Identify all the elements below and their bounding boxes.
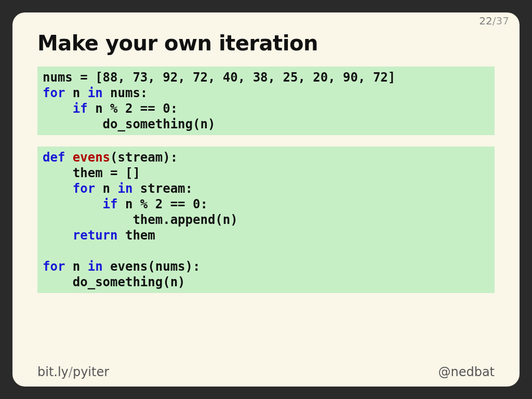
code-keyword: for: [73, 181, 95, 196]
code-text: n: [65, 86, 87, 100]
code-text: ,: [328, 70, 343, 85]
code-text: ]: [388, 70, 395, 85]
code-funcname: evens: [73, 150, 110, 165]
code-number: 2: [155, 197, 163, 211]
code-text: [43, 228, 73, 243]
code-text: them.append(n): [43, 212, 238, 227]
code-text: n %: [118, 197, 155, 211]
code-text: [43, 101, 73, 116]
code-text: ,: [358, 70, 373, 85]
code-keyword: for: [43, 86, 65, 100]
code-number: 90: [343, 70, 358, 85]
code-text: :: [200, 197, 207, 211]
code-text: n %: [88, 101, 125, 116]
code-text: ,: [268, 70, 283, 85]
code-number: 92: [163, 70, 178, 85]
page-current: 22: [479, 15, 492, 27]
code-text: ==: [132, 101, 163, 116]
code-text: n: [65, 259, 87, 274]
code-keyword: in: [88, 259, 103, 274]
code-keyword: in: [118, 181, 133, 196]
code-number: 72: [193, 70, 208, 85]
footer-link-sep: /: [69, 365, 73, 379]
code-keyword: in: [88, 86, 103, 100]
code-number: 73: [132, 70, 148, 85]
code-keyword: def: [43, 150, 65, 165]
code-number: 2: [125, 101, 132, 116]
code-number: 20: [313, 70, 328, 85]
code-text: [43, 197, 103, 211]
code-text: ,: [148, 70, 163, 85]
slide: 22/37 Make your own iteration nums = [88…: [12, 12, 520, 387]
code-text: them = []: [43, 166, 140, 180]
code-text: :: [170, 101, 178, 116]
code-number: 0: [163, 101, 170, 116]
code-text: nums:: [103, 86, 148, 100]
code-text: [65, 150, 72, 165]
code-text: ,: [238, 70, 253, 85]
footer-link-path: pyiter: [73, 365, 109, 379]
code-keyword: if: [103, 197, 118, 211]
code-keyword: return: [73, 228, 118, 243]
code-text: ==: [163, 197, 193, 211]
code-text: do_something(n): [43, 275, 185, 289]
code-keyword: if: [73, 101, 88, 116]
page-sep: /: [493, 15, 496, 27]
code-number: 88: [103, 70, 118, 85]
code-text: do_something(n): [43, 117, 215, 131]
code-text: stream:: [132, 181, 193, 196]
page-total: 37: [496, 15, 509, 27]
code-text: (stream):: [110, 150, 178, 165]
code-keyword: for: [43, 259, 65, 274]
code-number: 38: [253, 70, 268, 85]
code-number: 40: [223, 70, 238, 85]
footer-link-domain: bit.ly: [37, 365, 69, 379]
code-text: [43, 181, 73, 196]
footer-link: bit.ly/pyiter: [37, 365, 109, 379]
code-text: ,: [178, 70, 193, 85]
slide-title: Make your own iteration: [37, 31, 495, 55]
code-number: 72: [373, 70, 388, 85]
code-text: ,: [298, 70, 313, 85]
code-text: nums = [: [43, 70, 103, 85]
code-block-2: def evens(stream): them = [] for n in st…: [37, 147, 495, 293]
code-text: n: [95, 181, 117, 196]
code-number: 0: [193, 197, 200, 211]
page-counter: 22/37: [479, 15, 509, 27]
code-text: ,: [118, 70, 133, 85]
code-number: 25: [283, 70, 298, 85]
code-text: ,: [208, 70, 223, 85]
slide-footer: bit.ly/pyiter @nedbat: [37, 365, 495, 379]
code-text: them: [118, 228, 155, 243]
footer-handle: @nedbat: [438, 365, 495, 379]
code-text: evens(nums):: [103, 259, 201, 274]
code-block-1: nums = [88, 73, 92, 72, 40, 38, 25, 20, …: [37, 66, 495, 135]
